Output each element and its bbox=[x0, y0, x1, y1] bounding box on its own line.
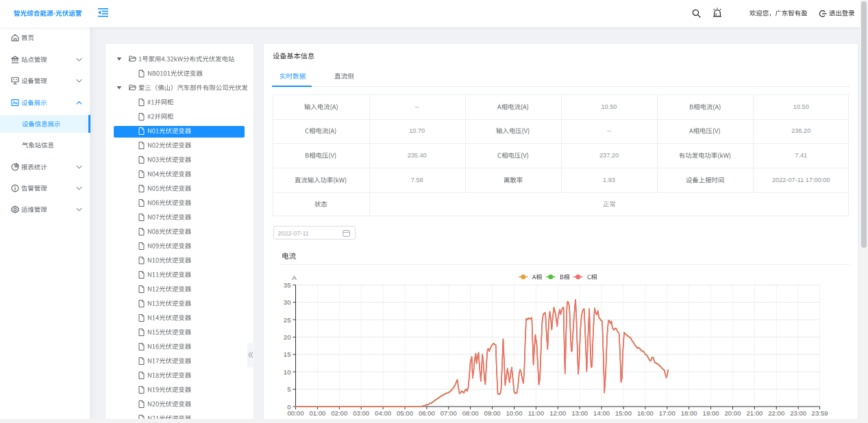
svg-text:A: A bbox=[292, 274, 297, 281]
svg-text:22:00: 22:00 bbox=[768, 409, 784, 417]
svg-text:14:00: 14:00 bbox=[593, 409, 610, 417]
svg-text:03:00: 03:00 bbox=[353, 409, 369, 417]
svg-text:5: 5 bbox=[287, 385, 290, 393]
svg-text:23:00: 23:00 bbox=[790, 409, 806, 417]
svg-text:20: 20 bbox=[284, 333, 291, 341]
svg-text:11:00: 11:00 bbox=[528, 409, 544, 417]
svg-text:12:00: 12:00 bbox=[549, 409, 566, 417]
svg-text:20:00: 20:00 bbox=[724, 409, 741, 417]
svg-text:25: 25 bbox=[284, 316, 291, 324]
svg-text:35: 35 bbox=[284, 281, 291, 289]
svg-text:09:00: 09:00 bbox=[484, 409, 501, 417]
svg-text:18:00: 18:00 bbox=[681, 409, 697, 417]
svg-text:15: 15 bbox=[284, 350, 291, 358]
svg-text:23:59: 23:59 bbox=[812, 409, 828, 417]
svg-text:04:00: 04:00 bbox=[375, 409, 391, 417]
svg-text:15:00: 15:00 bbox=[615, 409, 632, 417]
svg-text:07:00: 07:00 bbox=[441, 409, 457, 417]
svg-text:02:00: 02:00 bbox=[331, 409, 347, 417]
svg-text:30: 30 bbox=[284, 298, 291, 306]
svg-text:13:00: 13:00 bbox=[571, 409, 588, 417]
svg-text:08:00: 08:00 bbox=[462, 409, 479, 417]
svg-text:10: 10 bbox=[284, 368, 291, 376]
svg-text:16:00: 16:00 bbox=[637, 409, 654, 417]
svg-text:06:00: 06:00 bbox=[419, 409, 435, 417]
svg-text:05:00: 05:00 bbox=[397, 409, 413, 417]
svg-text:19:00: 19:00 bbox=[703, 409, 719, 417]
svg-text:00:00: 00:00 bbox=[287, 409, 303, 417]
svg-text:17:00: 17:00 bbox=[659, 409, 675, 417]
svg-text:01:00: 01:00 bbox=[309, 409, 325, 417]
svg-text:21:00: 21:00 bbox=[746, 409, 762, 417]
svg-text:10:00: 10:00 bbox=[506, 409, 522, 417]
